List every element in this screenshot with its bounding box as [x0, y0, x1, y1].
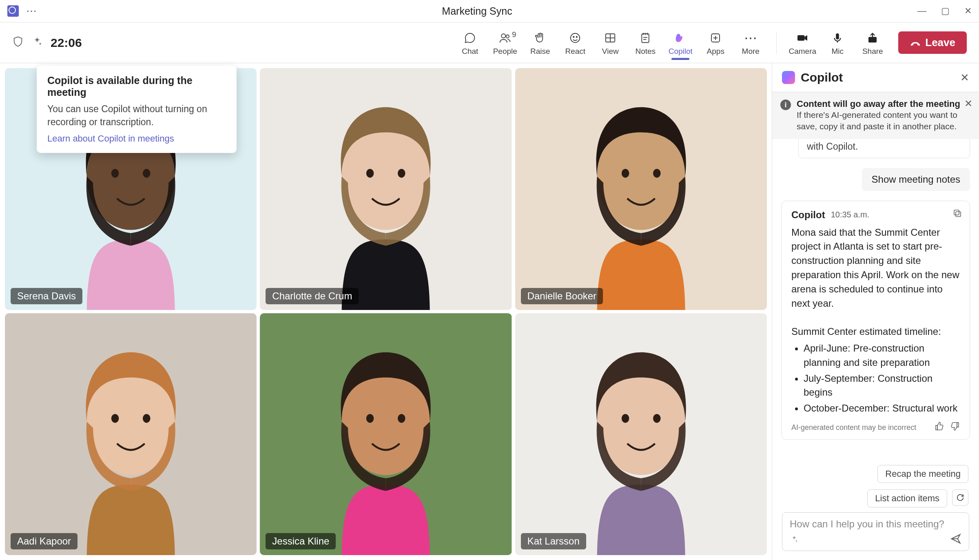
leave-icon: [910, 37, 921, 49]
svg-point-2: [571, 33, 580, 42]
message-paragraph-2: Summit Center estimated timeline:: [791, 325, 960, 339]
raise-hand-icon: [534, 30, 546, 46]
svg-point-4: [576, 36, 578, 38]
copilot-chat-scroll[interactable]: with Copilot. Show meeting notes Copilot…: [772, 139, 979, 463]
maximize-button[interactable]: ▢: [941, 6, 950, 16]
svg-point-43: [653, 414, 661, 423]
minimize-button[interactable]: —: [917, 6, 926, 16]
copilot-button[interactable]: Copilot: [664, 27, 697, 59]
svg-point-1: [506, 35, 509, 38]
timeline-bullet-3: October-December: Structural work: [804, 401, 960, 416]
participant-name-tag: Charlotte de Crum: [266, 288, 359, 304]
chat-button[interactable]: Chat: [453, 27, 487, 59]
camera-icon: [796, 30, 809, 46]
video-tile[interactable]: Aadi Kapoor: [5, 313, 257, 555]
camera-label: Camera: [789, 47, 816, 56]
banner-body: If there's AI-generated content you want…: [797, 109, 971, 133]
notes-button[interactable]: Notes: [629, 27, 662, 59]
recap-suggestion[interactable]: Recap the meeting: [877, 465, 968, 483]
video-tile[interactable]: Jessica Kline: [260, 313, 512, 555]
composer-input[interactable]: [790, 518, 961, 530]
chat-label: Chat: [462, 47, 478, 56]
mic-button[interactable]: Mic: [821, 27, 854, 59]
video-tile[interactable]: Charlotte de Crum: [260, 68, 512, 310]
message-author: Copilot: [791, 209, 825, 221]
window-title: Marketing Sync: [37, 5, 917, 17]
ai-disclaimer: AI-generated content may be incorrect: [791, 423, 929, 432]
refresh-suggestions-button[interactable]: [952, 489, 968, 506]
svg-rect-45: [954, 210, 959, 215]
thumbs-down-button[interactable]: [950, 421, 960, 434]
send-button[interactable]: [950, 533, 961, 547]
svg-point-34: [111, 414, 119, 423]
copilot-sparkle-icon[interactable]: [32, 36, 42, 49]
copilot-icon: [674, 30, 687, 46]
video-tile[interactable]: Danielle Booker: [515, 68, 767, 310]
react-button[interactable]: React: [558, 27, 592, 59]
leave-label: Leave: [925, 36, 955, 49]
svg-point-3: [573, 36, 574, 38]
svg-rect-46: [936, 425, 937, 430]
participant-name-tag: Jessica Kline: [266, 533, 336, 549]
view-label: View: [602, 47, 619, 56]
people-count: 9: [512, 31, 516, 39]
composer[interactable]: [782, 512, 969, 551]
more-button[interactable]: ⋯ More: [734, 27, 767, 59]
svg-rect-17: [797, 35, 804, 40]
suggestion-row-2: List action items: [772, 488, 979, 512]
banner-close-button[interactable]: ✕: [964, 98, 972, 109]
panel-header: Copilot ✕: [772, 63, 979, 92]
previous-message-peek: with Copilot.: [798, 139, 970, 158]
copilot-panel: Copilot ✕ i Content will go away after t…: [772, 63, 979, 560]
close-window-button[interactable]: ✕: [964, 6, 972, 16]
view-icon: [604, 30, 616, 46]
tooltip-title: Copilot is available during the meeting: [47, 75, 226, 98]
share-label: Share: [862, 47, 883, 56]
apps-icon: [709, 30, 722, 46]
svg-point-38: [366, 414, 374, 423]
svg-rect-44: [956, 212, 961, 217]
apps-button[interactable]: Apps: [699, 27, 732, 59]
participant-name-tag: Danielle Booker: [521, 288, 603, 304]
share-button[interactable]: Share: [856, 27, 889, 59]
video-tile[interactable]: Kat Larsson: [515, 313, 767, 555]
raise-label: Raise: [530, 47, 550, 56]
tooltip-learn-link[interactable]: Learn about Copilot in meetings: [47, 133, 226, 144]
info-icon: i: [780, 100, 791, 110]
react-label: React: [565, 47, 585, 56]
svg-point-23: [143, 169, 151, 178]
notes-icon: [639, 30, 651, 46]
video-stage: Copilot is available during the meeting …: [0, 63, 772, 560]
action-items-suggestion[interactable]: List action items: [867, 489, 947, 507]
raise-hand-button[interactable]: Raise: [523, 27, 557, 59]
suggestion-row: Recap the meeting: [772, 463, 979, 488]
svg-point-26: [366, 169, 374, 178]
apps-label: Apps: [707, 47, 724, 56]
react-icon: [569, 30, 581, 46]
view-button[interactable]: View: [594, 27, 627, 59]
message-time: 10:35 a.m.: [831, 210, 870, 219]
svg-point-31: [653, 169, 661, 178]
chat-icon: [464, 30, 476, 46]
app-more-icon[interactable]: ⋯: [26, 5, 37, 18]
show-meeting-notes-pill[interactable]: Show meeting notes: [862, 168, 970, 191]
svg-point-0: [502, 34, 506, 38]
message-paragraph-1: Mona said that the Summit Center project…: [791, 226, 960, 311]
notes-label: Notes: [635, 47, 656, 56]
svg-rect-47: [957, 423, 959, 427]
svg-point-30: [621, 169, 629, 178]
info-banner: i Content will go away after the meeting…: [772, 92, 979, 139]
panel-title: Copilot: [801, 71, 955, 84]
copy-message-button[interactable]: [952, 208, 962, 221]
people-button[interactable]: 9 People: [488, 27, 522, 59]
thumbs-up-button[interactable]: [935, 421, 944, 434]
privacy-shield-icon[interactable]: [12, 36, 24, 50]
people-icon: [499, 30, 511, 46]
close-panel-button[interactable]: ✕: [960, 71, 969, 84]
share-icon: [866, 30, 879, 46]
camera-button[interactable]: Camera: [786, 27, 819, 59]
people-label: People: [493, 47, 517, 56]
leave-button[interactable]: Leave: [898, 31, 967, 54]
copilot-logo-icon: [782, 71, 795, 84]
composer-sparkle-icon[interactable]: [790, 535, 799, 546]
